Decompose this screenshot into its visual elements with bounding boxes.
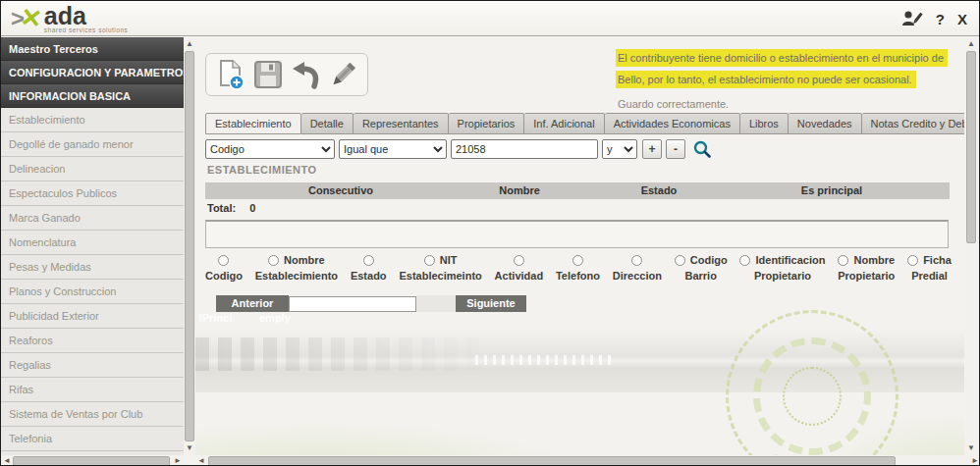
close-button[interactable]: X: [957, 11, 967, 27]
radio-button[interactable]: [572, 255, 583, 266]
sidebar-header-informacion-basica[interactable]: INFORMACION BASICA: [1, 84, 184, 108]
debug-text-right: emply: [259, 312, 291, 324]
sidebar-horizontal-scrollbar[interactable]: ◄ ►: [1, 455, 184, 466]
undo-button[interactable]: [289, 58, 322, 91]
search-button[interactable]: [692, 139, 712, 159]
scroll-right-icon[interactable]: ►: [172, 455, 184, 466]
search-by-option-identificacion-propietario[interactable]: Identificacion Propietario: [739, 253, 825, 282]
radio-button[interactable]: [268, 255, 279, 266]
logo-x-icon: ✕: [19, 2, 40, 33]
search-by-option-telefono[interactable]: Telefono: [556, 253, 600, 282]
filter-value-input[interactable]: [451, 139, 598, 159]
scroll-left-icon[interactable]: ◄: [195, 455, 207, 466]
tab-notas-credito-y-debito[interactable]: Notas Credito y Debito: [862, 113, 964, 134]
save-button[interactable]: [251, 58, 285, 91]
search-by-option-actividad[interactable]: Actividad: [495, 253, 544, 282]
results-header-row: Consecutivo Nombre Estado Es principal: [205, 182, 950, 199]
radio-button[interactable]: [739, 255, 750, 266]
sidebar-item-regalias[interactable]: Regalias: [1, 353, 184, 378]
sidebar-header-configuracion-y-parametros[interactable]: CONFIGURACION Y PARAMETROS: [1, 61, 184, 84]
radio-button[interactable]: [907, 255, 918, 266]
scroll-up-icon[interactable]: ▲: [184, 38, 195, 50]
sidebar-vertical-scrollbar[interactable]: ▲ ▼: [184, 37, 195, 455]
search-by-option-nit-establecimiento[interactable]: NIT Establecimeinto: [399, 253, 481, 282]
tab-bar: Establecimiento Detalle Representantes P…: [205, 113, 964, 134]
main-horizontal-scrollbar[interactable]: ◄ ►: [195, 455, 980, 466]
search-by-option-nombre-propietario[interactable]: Nombre Propietario: [838, 253, 895, 282]
sidebar-header-maestro-terceros[interactable]: Maestro Terceros: [1, 37, 184, 61]
column-header-es-principal[interactable]: Es principal: [801, 184, 862, 196]
scrollbar-thumb[interactable]: [185, 51, 194, 441]
tab-novedades[interactable]: Novedades: [789, 113, 862, 134]
filter-operator-select[interactable]: Igual que: [339, 139, 447, 159]
radio-button[interactable]: [218, 255, 229, 266]
toolbar: [205, 53, 368, 96]
status-message: Guardo correctamente.: [616, 98, 959, 110]
tab-propietarios[interactable]: Propietarios: [449, 113, 525, 134]
sidebar-item-rifas[interactable]: Rifas: [1, 378, 184, 402]
sidebar-item-marca-ganado[interactable]: Marca Ganado: [1, 206, 184, 231]
radio-button[interactable]: [363, 255, 374, 266]
search-by-option-estado[interactable]: Estado: [351, 253, 387, 282]
scrollbar-thumb[interactable]: [966, 51, 976, 243]
scroll-left-icon[interactable]: ◄: [1, 455, 13, 466]
scrollbar-thumb[interactable]: [13, 456, 170, 466]
scroll-up-icon[interactable]: ▲: [965, 38, 977, 50]
background-green-decoration: [804, 410, 964, 455]
search-by-option-codigo[interactable]: Codigo: [205, 253, 243, 282]
scrollbar-thumb[interactable]: [208, 456, 896, 466]
sidebar-item-nomenclatura[interactable]: Nomenclatura: [1, 231, 184, 255]
search-by-option-direccion[interactable]: Direccion: [613, 253, 662, 282]
tab-actividades-economicas[interactable]: Actividades Economicas: [605, 113, 740, 134]
previous-button[interactable]: Anterior: [216, 295, 289, 312]
user-edit-icon[interactable]: [901, 10, 923, 27]
scroll-right-icon[interactable]: ►: [969, 455, 980, 466]
column-header-consecutivo[interactable]: Consecutivo: [308, 184, 373, 196]
new-record-icon: [216, 59, 245, 90]
help-button[interactable]: ?: [936, 11, 945, 27]
main-vertical-scrollbar[interactable]: ▲ ▼: [965, 37, 977, 455]
tab-libros[interactable]: Libros: [740, 113, 789, 134]
logo-chevron-icon: >✕: [11, 3, 38, 33]
sidebar-item-reaforos[interactable]: Reaforos: [1, 329, 184, 353]
sidebar-item-planos-y-construccion[interactable]: Planos y Construccion: [1, 280, 184, 304]
logo-name: ada: [44, 3, 128, 28]
filter-add-button[interactable]: +: [642, 139, 662, 159]
tab-detalle[interactable]: Detalle: [301, 113, 354, 134]
radio-button[interactable]: [675, 255, 685, 266]
scroll-down-icon[interactable]: ▼: [184, 442, 195, 454]
sidebar-item-publicidad-exterior[interactable]: Publicidad Exterior: [1, 304, 184, 329]
column-header-nombre[interactable]: Nombre: [499, 184, 540, 196]
tab-inf-adicional[interactable]: Inf. Adicional: [524, 113, 604, 134]
tab-representantes[interactable]: Representantes: [354, 113, 449, 134]
filter-remove-button[interactable]: -: [666, 139, 685, 159]
sidebar-item-espectaculos-publicos[interactable]: Espectaculos Publicos: [1, 181, 184, 206]
search-by-option-nombre-establecimiento[interactable]: Nombre Establecimiento: [255, 253, 338, 282]
sidebar-item-delineacion[interactable]: Delineacion: [1, 157, 184, 181]
radio-button[interactable]: [424, 255, 435, 266]
pagination: Anterior Siguiente: [216, 295, 526, 312]
search-by-option-codigo-barrio[interactable]: Codigo Barrio: [675, 253, 728, 282]
sidebar-item-sistema-de-ventas-por-club[interactable]: Sistema de Ventas por Club: [1, 402, 184, 427]
next-button[interactable]: Siguiente: [456, 295, 526, 312]
sidebar: Maestro Terceros CONFIGURACION Y PARAMET…: [1, 37, 184, 455]
results-list[interactable]: [205, 220, 949, 248]
tab-establecimiento[interactable]: Establecimiento: [205, 113, 301, 134]
radio-button[interactable]: [631, 255, 642, 266]
radio-button[interactable]: [514, 255, 524, 266]
edit-button[interactable]: [326, 58, 359, 91]
sidebar-item-pesas-y-medidas[interactable]: Pesas y Medidas: [1, 255, 184, 280]
new-record-button[interactable]: [214, 58, 247, 91]
sidebar-item-telefonia[interactable]: Telefonia: [1, 427, 184, 451]
sidebar-item-degolle-de-ganado-menor[interactable]: Degollé de ganado menor: [1, 132, 184, 157]
filter-field-select[interactable]: Codigo: [205, 139, 335, 159]
save-icon: [253, 60, 283, 89]
filter-connector-select[interactable]: y: [602, 139, 637, 159]
search-by-option-ficha-predial[interactable]: Ficha Predial: [907, 253, 952, 282]
radio-button[interactable]: [838, 255, 848, 266]
column-header-estado[interactable]: Estado: [641, 184, 678, 196]
page-input[interactable]: [289, 296, 416, 312]
logo-tagline: shared services solutions: [44, 26, 128, 33]
scroll-down-icon[interactable]: ▼: [965, 442, 977, 454]
sidebar-item-establecimiento[interactable]: Establecimiento: [1, 108, 184, 132]
